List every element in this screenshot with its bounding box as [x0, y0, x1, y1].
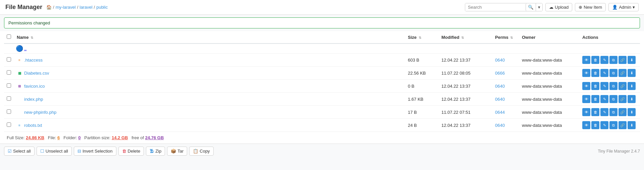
perms-link[interactable]: 0640: [495, 84, 505, 89]
invert-selection-button[interactable]: ⊟ Invert Selection: [74, 147, 116, 156]
file-size: 24 B: [405, 119, 439, 132]
download-button[interactable]: ⬇: [628, 56, 636, 64]
edit-button[interactable]: ✎: [600, 95, 608, 103]
download-button[interactable]: ⬇: [628, 82, 636, 90]
copy-row-button[interactable]: ⧉: [609, 56, 618, 64]
file-type-icon: ≡: [17, 57, 22, 63]
view-button[interactable]: 👁: [582, 69, 590, 77]
file-modified: 12.04.22 13:37: [439, 80, 492, 93]
new-item-button[interactable]: ⊕ New Item: [575, 3, 606, 11]
breadcrumb: 🏠 / my-laravel / laravel / public: [46, 5, 108, 10]
download-button[interactable]: ⬇: [628, 108, 636, 116]
link-button[interactable]: 🔗: [619, 95, 627, 103]
file-name-link[interactable]: Diabetes.csv: [24, 71, 49, 76]
copy-row-button[interactable]: ⧉: [609, 95, 618, 103]
copy-row-button[interactable]: ⧉: [609, 121, 618, 129]
copy-button[interactable]: 📋 Copy: [189, 147, 213, 156]
delete-row-button[interactable]: 🗑: [591, 56, 599, 64]
perms-link[interactable]: 0644: [495, 110, 505, 115]
row-checkbox[interactable]: [7, 83, 11, 88]
link-button[interactable]: 🔗: [619, 121, 627, 129]
delete-row-button[interactable]: 🗑: [591, 121, 599, 129]
edit-button[interactable]: ✎: [600, 56, 608, 64]
download-button[interactable]: ⬇: [628, 69, 636, 77]
tar-button[interactable]: 📦 Tar: [167, 147, 187, 156]
file-size: 603 B: [405, 54, 439, 67]
edit-button[interactable]: ✎: [600, 82, 608, 90]
file-modified: 12.04.22 13:37: [439, 54, 492, 67]
view-button[interactable]: 👁: [582, 95, 590, 103]
search-input[interactable]: [465, 3, 526, 11]
link-button[interactable]: 🔗: [619, 56, 627, 64]
delete-row-button[interactable]: 🗑: [591, 82, 599, 90]
file-perms: 0640: [492, 54, 519, 67]
upload-button[interactable]: ☁ Upload: [545, 3, 572, 11]
zip-label: Zip: [155, 149, 161, 154]
row-checkbox[interactable]: [7, 96, 11, 101]
col-modified-header[interactable]: Modified ⇅: [439, 31, 492, 44]
link-button[interactable]: 🔗: [619, 82, 627, 90]
breadcrumb-home[interactable]: 🏠: [46, 5, 52, 10]
copy-row-button[interactable]: ⧉: [609, 82, 618, 90]
back-link[interactable]: ..: [24, 46, 26, 51]
col-owner-header: Owner: [519, 31, 580, 44]
edit-button[interactable]: ✎: [600, 108, 608, 116]
link-button[interactable]: 🔗: [619, 69, 627, 77]
delete-row-button[interactable]: 🗑: [591, 69, 599, 77]
delete-row-button[interactable]: 🗑: [591, 95, 599, 103]
perms-link[interactable]: 0666: [495, 71, 505, 76]
file-name-link[interactable]: robots.txt: [24, 123, 42, 128]
download-button[interactable]: ⬇: [628, 121, 636, 129]
copy-row-button[interactable]: ⧉: [609, 108, 618, 116]
col-size-header[interactable]: Size ⇅: [405, 31, 439, 44]
footer-buttons: ☑ Select all ☐ Unselect all ⊟ Invert Sel…: [4, 147, 214, 156]
perms-link[interactable]: 0640: [495, 97, 505, 102]
select-all-button[interactable]: ☑ Select all: [4, 147, 35, 156]
edit-button[interactable]: ✎: [600, 69, 608, 77]
view-button[interactable]: 👁: [582, 82, 590, 90]
copy-row-button[interactable]: ⧉: [609, 69, 618, 77]
breadcrumb-laravel[interactable]: laravel: [79, 5, 92, 10]
col-perms-header[interactable]: Perms ⇅: [492, 31, 519, 44]
row-checkbox[interactable]: [7, 109, 11, 114]
file-name-link[interactable]: new-phpinfo.php: [24, 110, 56, 115]
download-button[interactable]: ⬇: [628, 95, 636, 103]
view-button[interactable]: 👁: [582, 56, 590, 64]
admin-button[interactable]: 👤 Admin ▾: [608, 3, 639, 11]
file-name-link[interactable]: .htaccess: [24, 58, 43, 63]
col-name-label: Name: [17, 35, 29, 40]
row-checkbox[interactable]: [7, 70, 11, 75]
col-name-header[interactable]: Name ⇅: [14, 31, 405, 44]
sort-modified-icon: ⇅: [461, 36, 464, 39]
delete-row-button[interactable]: 🗑: [591, 108, 599, 116]
sort-perms-icon: ⇅: [510, 36, 513, 39]
search-dropdown[interactable]: ▾: [536, 3, 542, 11]
row-checkbox[interactable]: [7, 57, 11, 62]
view-button[interactable]: 👁: [582, 108, 590, 116]
zip-button[interactable]: 🗜 Zip: [146, 147, 165, 156]
partition-val: 14.2 GB: [112, 135, 128, 140]
back-icon: 🔵: [17, 46, 22, 51]
check-all-checkbox[interactable]: [7, 34, 11, 39]
row-checkbox[interactable]: [7, 122, 11, 127]
table-row-back: 🔵 ..: [4, 44, 640, 54]
label-partition: Partition size:: [84, 135, 110, 140]
search-button[interactable]: 🔍: [526, 3, 536, 11]
file-type-icon: ⊞: [17, 83, 22, 89]
file-name-link[interactable]: index.php: [24, 97, 43, 102]
file-type-icon: ≡: [17, 122, 22, 128]
breadcrumb-public[interactable]: public: [96, 5, 108, 10]
edit-button[interactable]: ✎: [600, 121, 608, 129]
file-actions: 👁 🗑 ✎ ⧉ 🔗 ⬇: [582, 56, 637, 64]
file-owner: www-data:www-data: [519, 67, 580, 80]
file-owner: www-data:www-data: [519, 54, 580, 67]
delete-button[interactable]: 🗑 Delete: [118, 147, 144, 156]
file-name-link[interactable]: favicon.ico: [24, 84, 45, 89]
perms-link[interactable]: 0640: [495, 123, 505, 128]
perms-link[interactable]: 0640: [495, 58, 505, 63]
unselect-all-button[interactable]: ☐ Unselect all: [37, 147, 72, 156]
copy-icon: 📋: [193, 149, 198, 154]
breadcrumb-my-laravel[interactable]: my-laravel: [56, 5, 76, 10]
view-button[interactable]: 👁: [582, 121, 590, 129]
link-button[interactable]: 🔗: [619, 108, 627, 116]
